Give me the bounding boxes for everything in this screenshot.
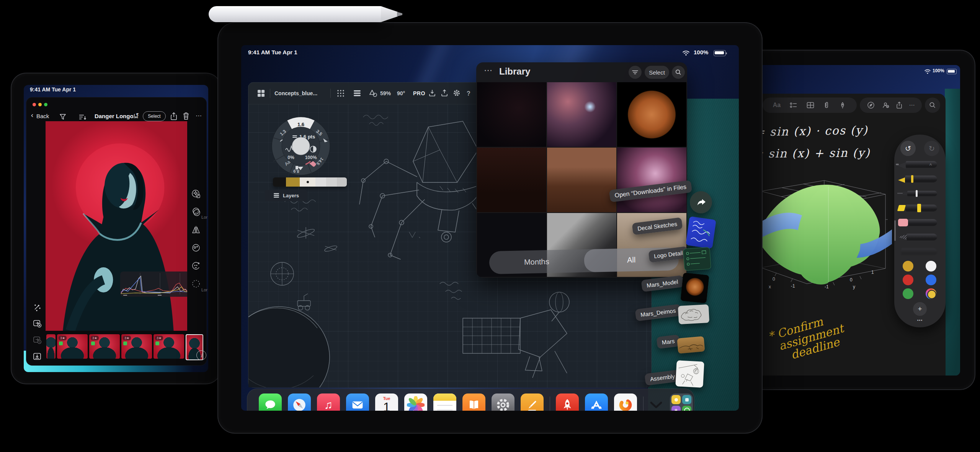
fineliner-tool[interactable] — [897, 189, 939, 198]
dots-grid-icon[interactable] — [336, 89, 345, 98]
palette-scroll-handle[interactable] — [894, 220, 896, 241]
flip-icon[interactable] — [191, 225, 201, 235]
app-library-tile[interactable]: ★ — [670, 393, 693, 411]
app-icon-rocket[interactable] — [556, 393, 579, 411]
window-close-button[interactable] — [33, 103, 36, 106]
effects-icon[interactable] — [191, 189, 201, 199]
app-icon-pages[interactable] — [521, 393, 544, 411]
library-photo[interactable] — [547, 148, 616, 212]
drag-item-thumb-mars[interactable] — [677, 336, 705, 354]
attachment-icon[interactable] — [823, 101, 830, 109]
highlighter-tool[interactable] — [897, 203, 939, 213]
swatch-olive[interactable] — [286, 177, 300, 187]
table-icon[interactable] — [807, 102, 814, 109]
fountain-pen-tool[interactable] — [897, 174, 939, 184]
dock-chevron-button[interactable] — [648, 398, 665, 411]
color-swatch-red[interactable] — [903, 275, 913, 285]
navigator-icon[interactable] — [867, 101, 875, 109]
layers-stack-icon[interactable] — [353, 89, 362, 98]
checklist-icon[interactable] — [790, 102, 797, 109]
export-icon[interactable] — [441, 89, 448, 97]
app-icon-notes[interactable] — [433, 393, 456, 411]
panel-more-icon[interactable]: ⋯ — [484, 65, 492, 75]
swatch-gray-3[interactable] — [337, 177, 347, 187]
pencil-shading-tool[interactable] — [897, 233, 939, 242]
drag-item-thumb-deimos[interactable] — [678, 304, 709, 324]
library-photo[interactable] — [477, 82, 546, 147]
undo-button[interactable]: ↺ — [900, 141, 916, 156]
apple-pencil-tool[interactable]: A — [897, 160, 939, 169]
app-icon-settings[interactable] — [492, 393, 514, 411]
swatch-black[interactable] — [273, 177, 286, 187]
select-button[interactable]: Select — [645, 66, 669, 79]
color-swatch-gold[interactable] — [903, 261, 913, 272]
color-swatch-blue[interactable] — [926, 275, 936, 285]
color-swatch-green[interactable] — [903, 288, 913, 299]
add-tool-button[interactable]: + — [913, 302, 927, 316]
app-icon-concepts[interactable] — [614, 393, 637, 411]
auto-enhance-icon[interactable] — [32, 302, 42, 312]
library-photo[interactable] — [477, 148, 546, 212]
library-photo[interactable] — [547, 82, 616, 147]
search-button[interactable] — [925, 98, 940, 113]
window-zoom-button[interactable] — [44, 103, 47, 106]
export-copy-icon[interactable] — [32, 318, 42, 329]
help-button[interactable]: ? — [467, 90, 470, 97]
app-icon-safari[interactable] — [288, 393, 311, 411]
blurred-tool[interactable] — [897, 247, 939, 256]
rotation-value[interactable]: 90° — [397, 90, 405, 96]
library-photo[interactable] — [617, 148, 686, 212]
eraser-tool[interactable] — [897, 218, 939, 227]
undo-icon[interactable]: ↺ — [133, 111, 139, 120]
filmstrip-thumb[interactable]: 3★ — [89, 334, 120, 359]
app-icon-books[interactable] — [462, 393, 485, 411]
document-title[interactable]: Concepts_blue... — [274, 90, 317, 96]
layers-button[interactable]: Layers — [265, 190, 307, 201]
retouch-face-icon[interactable] — [191, 261, 201, 271]
color-strip[interactable] — [273, 177, 347, 187]
drag-item-thumb-mars-model[interactable] — [680, 273, 709, 304]
settings-gear-icon[interactable] — [453, 89, 461, 97]
info-button[interactable]: i — [196, 350, 206, 360]
import-icon[interactable] — [428, 89, 436, 97]
app-icon-mail[interactable] — [346, 393, 369, 411]
window-minimize-button[interactable] — [38, 103, 42, 106]
gallery-icon[interactable] — [257, 89, 265, 98]
share-arrow-bubble[interactable] — [690, 191, 712, 213]
filmstrip-thumb[interactable] — [46, 334, 56, 359]
swatch-cream-selected[interactable] — [300, 177, 315, 187]
main-photo[interactable] — [46, 121, 187, 331]
app-icon-appstore[interactable] — [585, 393, 608, 411]
trash-icon[interactable] — [181, 111, 191, 121]
redo-button[interactable]: ↻ — [924, 141, 939, 156]
more-icon[interactable]: ⋯ — [196, 112, 202, 119]
swatch-gray-1[interactable] — [315, 177, 326, 187]
drag-item-thumb-logo[interactable] — [683, 247, 711, 271]
share-icon[interactable] — [896, 101, 902, 109]
zoom-level[interactable]: 59% — [380, 90, 391, 96]
markup-icon[interactable] — [839, 101, 846, 109]
search-button[interactable] — [672, 66, 685, 79]
healing-icon[interactable] — [191, 243, 201, 253]
color-adjust-icon[interactable] — [191, 207, 201, 217]
text-format-button[interactable]: Aa — [773, 102, 781, 109]
more-icon[interactable]: ⋯ — [909, 102, 915, 109]
filmstrip-thumb[interactable]: 3★ — [121, 334, 152, 359]
color-wheel-selected[interactable] — [926, 288, 936, 299]
months-segment[interactable]: Months — [489, 249, 584, 274]
pro-badge[interactable]: PRO — [413, 90, 425, 96]
drag-item-thumb-assembly[interactable] — [675, 360, 704, 388]
app-icon-calendar[interactable]: Tue 1 — [375, 393, 398, 411]
filmstrip-thumb[interactable]: 3★ — [57, 334, 88, 359]
palette-more-button[interactable]: ••• — [914, 314, 926, 326]
app-icon-music[interactable]: ♫ — [317, 393, 340, 411]
shape-tool-icon[interactable] — [369, 89, 378, 98]
selective-edit-icon[interactable] — [191, 279, 201, 289]
swatch-gray-2[interactable] — [326, 177, 337, 187]
color-swatch-white[interactable] — [926, 261, 936, 272]
select-button[interactable]: Select — [143, 111, 166, 121]
brush-wheel[interactable]: 1.6 1.3 3.5 8.9 14.5 Aa 1.6 pts — [271, 116, 331, 176]
share-icon[interactable] — [169, 111, 179, 121]
drag-item-thumb-decal[interactable] — [686, 216, 716, 249]
library-photo[interactable] — [617, 82, 686, 147]
